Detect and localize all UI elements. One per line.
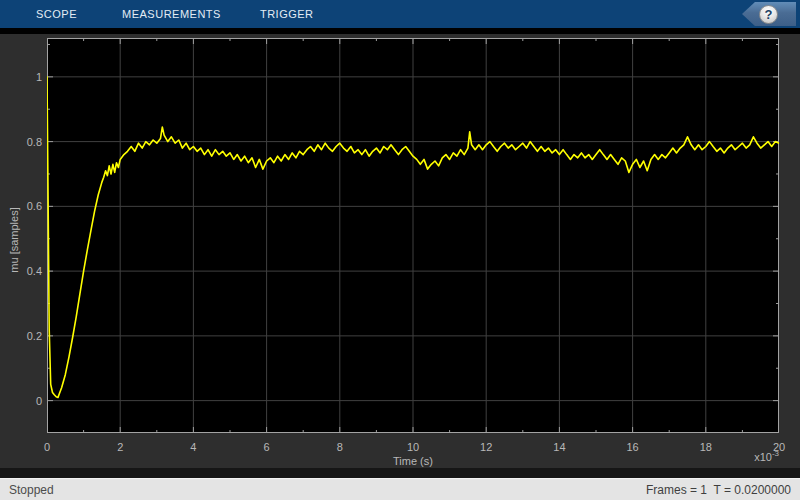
y-tick-label: 0 — [0, 395, 42, 408]
status-text: Stopped — [9, 483, 54, 497]
frames-time-readout: Frames = 1 T = 0.0200000 — [646, 483, 791, 497]
y-axis-label: mu [samples] — [8, 207, 20, 272]
statusbar-separator — [0, 468, 800, 478]
y-tick-label: 0.4 — [0, 265, 42, 278]
help-button[interactable]: ? — [742, 2, 796, 26]
tab-scope[interactable]: SCOPE — [36, 0, 77, 28]
tab-measurements[interactable]: MEASUREMENTS — [122, 0, 221, 28]
scope-display-panel: 0246810121416182000.20.40.60.81 Time (s)… — [0, 34, 800, 468]
y-tick-label: 0.2 — [0, 330, 42, 343]
status-bar: Stopped Frames = 1 T = 0.0200000 — [0, 478, 800, 500]
toolstrip: SCOPE MEASUREMENTS TRIGGER ? — [0, 0, 800, 28]
tab-trigger[interactable]: TRIGGER — [260, 0, 314, 28]
x-axis-multiplier: x10-3 — [47, 449, 779, 463]
help-icon[interactable]: ? — [759, 5, 778, 24]
scope-plot-canvas[interactable] — [47, 38, 779, 433]
y-tick-label: 0.6 — [0, 200, 42, 213]
y-tick-label: 1 — [0, 71, 42, 84]
y-tick-label: 0.8 — [0, 136, 42, 149]
